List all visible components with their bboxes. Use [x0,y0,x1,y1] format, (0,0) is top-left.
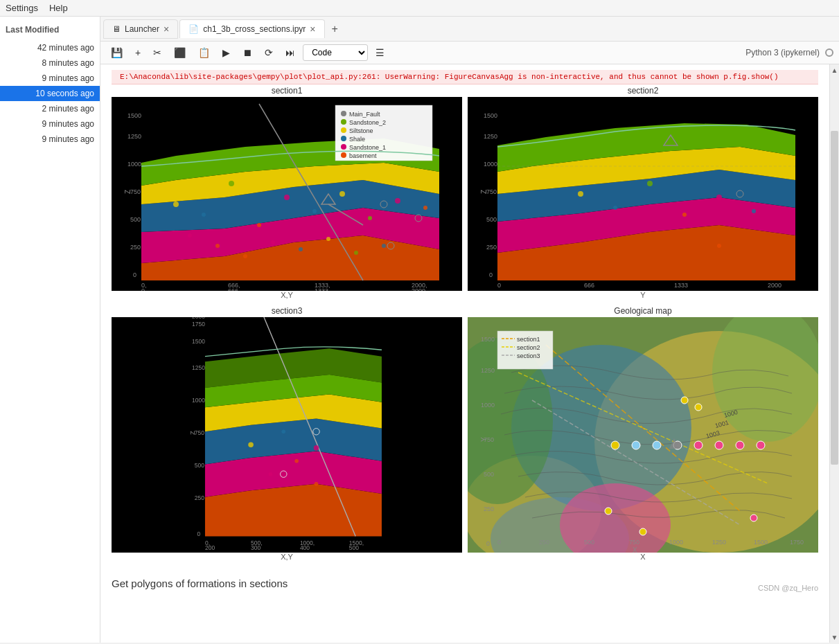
svg-point-107 [269,472,273,476]
geological-map-xlabel: X [468,553,818,561]
svg-text:section3: section3 [517,352,540,359]
scrollbar-track[interactable] [830,75,839,632]
section3-title: section3 [112,305,462,317]
copy-button[interactable]: ⬛ [169,44,191,61]
cut-button[interactable]: ✂ [148,44,166,61]
svg-point-37 [188,233,192,238]
svg-text:1750: 1750 [790,539,804,546]
svg-point-72 [613,206,617,210]
stop-button[interactable]: ⏹ [238,44,257,61]
notebook-area: 🖥 Launcher × 📄 ch1_3b_cross_sections.ipy… [100,17,839,643]
launcher-tab-label: Launcher [125,24,159,34]
sidebar-item-6[interactable]: 9 minutes ago [0,132,100,147]
svg-point-108 [315,482,319,486]
svg-text:1500: 1500 [754,539,768,546]
right-scrollbar[interactable]: ▲ ▼ [829,64,839,643]
geological-map-plot: section1 section2 section3 1000 1001 100… [468,317,818,553]
svg-point-33 [339,191,345,197]
command-palette-button[interactable]: ☰ [371,44,389,61]
svg-text:250: 250 [195,494,204,501]
svg-point-17 [341,119,346,125]
section1-title: section1 [112,84,462,97]
svg-text:500: 500 [484,471,494,478]
svg-point-39 [243,254,247,258]
notebook-tab-close[interactable]: × [310,24,315,34]
tab-launcher[interactable]: 🖥 Launcher × [103,19,178,39]
menu-bar: Settings Help [0,0,839,17]
svg-text:Main_Fault: Main_Fault [349,111,380,118]
svg-point-75 [716,195,722,200]
scrollbar-up-arrow[interactable]: ▲ [830,64,839,75]
section1-wrapper: section1 Z 0 250 500 750 1000 1250 1500 [112,84,462,299]
svg-text:1250: 1250 [484,133,497,140]
svg-point-35 [395,198,400,204]
svg-point-147 [681,397,688,404]
svg-point-148 [695,404,702,411]
geological-map-title: Geological map [468,305,818,317]
svg-point-141 [653,441,661,449]
svg-text:0: 0 [133,271,136,278]
cell-type-select[interactable]: Code Markdown Raw [303,44,368,61]
svg-point-40 [271,240,275,244]
svg-text:750: 750 [195,429,204,436]
svg-text:1250: 1250 [712,539,726,546]
sidebar-item-5[interactable]: 9 minutes ago [0,116,100,132]
file-browser-sidebar: Last Modified 42 minutes ago 8 minutes a… [0,17,100,643]
new-tab-button[interactable]: + [326,20,344,38]
fast-forward-button[interactable]: ⏭ [281,44,300,61]
section1-xlabel: X,Y [112,291,462,299]
menu-help[interactable]: Help [49,3,68,13]
svg-text:section2: section2 [517,344,540,351]
sidebar-item-0[interactable]: 42 minutes ago [0,40,100,55]
svg-text:Siltstone: Siltstone [349,127,373,134]
svg-point-145 [736,441,744,449]
svg-text:750: 750 [629,539,639,546]
svg-point-144 [715,441,723,449]
sidebar-item-4[interactable]: 2 minutes ago [0,101,100,116]
svg-text:500: 500 [584,539,594,546]
toolbar: 💾 + ✂ ⬛ 📋 ▶ ⏹ ⟳ ⏭ Code Markdown Raw ☰ Py… [100,42,839,64]
svg-text:1250: 1250 [481,367,495,374]
svg-text:200: 200 [205,544,215,551]
notebook-tab-label: ch1_3b_cross_sections.ipyr [203,24,306,34]
run-button[interactable]: ▶ [218,44,235,61]
sidebar-header: Last Modified [0,22,100,40]
svg-text:300: 300 [251,544,260,551]
save-button[interactable]: 💾 [106,44,127,61]
sidebar-item-3[interactable]: 10 seconds ago [0,86,100,101]
sidebar-item-1[interactable]: 8 minutes ago [0,55,100,71]
svg-text:X: X [633,546,637,553]
svg-point-30 [257,223,261,227]
sidebar-item-2[interactable]: 9 minutes ago [0,71,100,86]
svg-point-106 [294,459,299,463]
svg-point-43 [354,251,358,255]
svg-text:1500: 1500 [484,112,497,119]
svg-point-140 [632,441,640,449]
svg-text:750: 750 [484,436,494,443]
notebook-content[interactable]: E:\Anaconda\lib\site-packages\gempy\plot… [100,64,829,643]
svg-point-44 [382,244,386,248]
add-cell-button[interactable]: + [130,44,145,61]
svg-point-146 [757,441,765,449]
svg-text:0: 0 [497,282,501,289]
svg-text:500: 500 [349,544,359,551]
svg-point-31 [284,195,290,200]
tab-notebook[interactable]: 📄 ch1_3b_cross_sections.ipyr × [179,19,324,38]
svg-text:0: 0 [489,271,493,278]
kernel-status-circle [825,48,833,57]
svg-text:1000: 1000 [192,397,205,404]
scrollbar-thumb[interactable] [831,131,838,465]
svg-point-25 [341,152,346,158]
svg-text:1000: 1000 [669,539,683,546]
svg-text:250: 250 [484,506,494,512]
menu-settings[interactable]: Settings [6,3,38,13]
warning-output: E:\Anaconda\lib\site-packages\gempy\plot… [112,70,818,84]
scrollbar-down-arrow[interactable]: ▼ [830,632,839,643]
svg-text:1250: 1250 [192,364,205,371]
svg-point-28 [202,213,206,217]
restart-button[interactable]: ⟳ [260,44,278,61]
launcher-tab-close[interactable]: × [164,24,169,34]
paste-button[interactable]: 📋 [193,44,215,61]
svg-point-19 [341,127,346,133]
plots-grid: section1 Z 0 250 500 750 1000 1250 1500 [112,84,818,561]
